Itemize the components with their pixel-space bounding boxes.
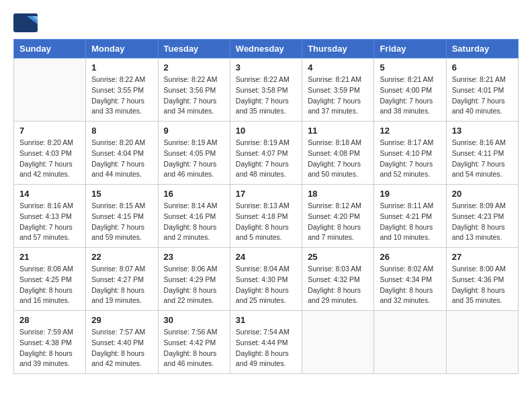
day-info: Sunrise: 8:12 AM Sunset: 4:20 PM Dayligh… [308, 201, 368, 243]
day-number: 16 [164, 189, 224, 199]
logo-icon [13, 13, 38, 32]
day-info: Sunrise: 8:08 AM Sunset: 4:25 PM Dayligh… [19, 264, 80, 306]
logo [13, 13, 42, 32]
day-number: 14 [19, 189, 80, 199]
day-info: Sunrise: 8:13 AM Sunset: 4:18 PM Dayligh… [236, 201, 296, 243]
calendar-cell: 23Sunrise: 8:06 AM Sunset: 4:29 PM Dayli… [158, 248, 230, 311]
calendar-week-row: 7Sunrise: 8:20 AM Sunset: 4:03 PM Daylig… [14, 122, 519, 185]
calendar-cell: 26Sunrise: 8:02 AM Sunset: 4:34 PM Dayli… [374, 248, 446, 311]
calendar-cell: 17Sunrise: 8:13 AM Sunset: 4:18 PM Dayli… [230, 185, 302, 248]
day-info: Sunrise: 8:06 AM Sunset: 4:29 PM Dayligh… [164, 264, 224, 306]
header-day: Tuesday [158, 40, 230, 58]
day-number: 31 [236, 315, 296, 325]
day-number: 25 [308, 252, 368, 262]
calendar-cell: 3Sunrise: 8:22 AM Sunset: 3:58 PM Daylig… [230, 58, 302, 122]
day-info: Sunrise: 8:22 AM Sunset: 3:55 PM Dayligh… [91, 75, 152, 117]
calendar-cell: 4Sunrise: 8:21 AM Sunset: 3:59 PM Daylig… [302, 58, 374, 122]
day-info: Sunrise: 8:16 AM Sunset: 4:13 PM Dayligh… [19, 201, 80, 243]
day-info: Sunrise: 8:11 AM Sunset: 4:21 PM Dayligh… [380, 201, 440, 243]
calendar-week-row: 28Sunrise: 7:59 AM Sunset: 4:38 PM Dayli… [14, 311, 519, 374]
day-number: 12 [380, 126, 440, 136]
day-info: Sunrise: 8:21 AM Sunset: 3:59 PM Dayligh… [308, 75, 368, 117]
day-number: 29 [91, 315, 152, 325]
header-day: Wednesday [230, 40, 302, 58]
calendar-cell: 16Sunrise: 8:14 AM Sunset: 4:16 PM Dayli… [158, 185, 230, 248]
day-number: 6 [452, 62, 513, 73]
calendar-cell: 12Sunrise: 8:17 AM Sunset: 4:10 PM Dayli… [374, 122, 446, 185]
day-number: 21 [19, 252, 80, 262]
day-number: 15 [91, 189, 152, 199]
day-number: 3 [236, 62, 296, 73]
calendar-cell: 28Sunrise: 7:59 AM Sunset: 4:38 PM Dayli… [14, 311, 86, 374]
day-number: 9 [164, 126, 224, 136]
day-info: Sunrise: 8:15 AM Sunset: 4:15 PM Dayligh… [91, 201, 152, 243]
day-number: 30 [164, 315, 224, 325]
day-number: 28 [19, 315, 80, 325]
day-info: Sunrise: 8:17 AM Sunset: 4:10 PM Dayligh… [380, 138, 440, 180]
calendar-cell: 14Sunrise: 8:16 AM Sunset: 4:13 PM Dayli… [14, 185, 86, 248]
day-number: 13 [452, 126, 513, 136]
day-number: 1 [91, 62, 152, 73]
page-header [13, 13, 519, 32]
day-info: Sunrise: 8:21 AM Sunset: 4:00 PM Dayligh… [380, 75, 440, 117]
calendar-table: SundayMondayTuesdayWednesdayThursdayFrid… [13, 39, 519, 374]
calendar-cell: 20Sunrise: 8:09 AM Sunset: 4:23 PM Dayli… [446, 185, 518, 248]
day-number: 18 [308, 189, 368, 199]
day-number: 20 [452, 189, 513, 199]
calendar-cell: 8Sunrise: 8:20 AM Sunset: 4:04 PM Daylig… [86, 122, 158, 185]
calendar-cell: 7Sunrise: 8:20 AM Sunset: 4:03 PM Daylig… [14, 122, 86, 185]
header-day: Friday [374, 40, 446, 58]
header-row: SundayMondayTuesdayWednesdayThursdayFrid… [14, 40, 519, 58]
calendar-cell [374, 311, 446, 374]
calendar-cell: 27Sunrise: 8:00 AM Sunset: 4:36 PM Dayli… [446, 248, 518, 311]
day-number: 8 [91, 126, 152, 136]
day-info: Sunrise: 8:16 AM Sunset: 4:11 PM Dayligh… [452, 138, 513, 180]
day-info: Sunrise: 8:22 AM Sunset: 3:56 PM Dayligh… [164, 75, 224, 117]
header-day: Saturday [446, 40, 518, 58]
day-info: Sunrise: 8:22 AM Sunset: 3:58 PM Dayligh… [236, 75, 296, 117]
day-number: 27 [452, 252, 513, 262]
calendar-cell: 1Sunrise: 8:22 AM Sunset: 3:55 PM Daylig… [86, 58, 158, 122]
calendar-cell: 24Sunrise: 8:04 AM Sunset: 4:30 PM Dayli… [230, 248, 302, 311]
day-info: Sunrise: 8:04 AM Sunset: 4:30 PM Dayligh… [236, 264, 296, 306]
day-info: Sunrise: 8:18 AM Sunset: 4:08 PM Dayligh… [308, 138, 368, 180]
calendar-week-row: 21Sunrise: 8:08 AM Sunset: 4:25 PM Dayli… [14, 248, 519, 311]
calendar-cell: 25Sunrise: 8:03 AM Sunset: 4:32 PM Dayli… [302, 248, 374, 311]
calendar-cell: 9Sunrise: 8:19 AM Sunset: 4:05 PM Daylig… [158, 122, 230, 185]
day-info: Sunrise: 7:59 AM Sunset: 4:38 PM Dayligh… [19, 327, 80, 369]
day-number: 26 [380, 252, 440, 262]
day-info: Sunrise: 8:21 AM Sunset: 4:01 PM Dayligh… [452, 75, 513, 117]
calendar-cell: 21Sunrise: 8:08 AM Sunset: 4:25 PM Dayli… [14, 248, 86, 311]
day-info: Sunrise: 7:54 AM Sunset: 4:44 PM Dayligh… [236, 327, 296, 369]
day-number: 11 [308, 126, 368, 136]
calendar-cell: 29Sunrise: 7:57 AM Sunset: 4:40 PM Dayli… [86, 311, 158, 374]
day-info: Sunrise: 8:20 AM Sunset: 4:04 PM Dayligh… [91, 138, 152, 180]
calendar-cell: 22Sunrise: 8:07 AM Sunset: 4:27 PM Dayli… [86, 248, 158, 311]
day-number: 22 [91, 252, 152, 262]
calendar-cell: 31Sunrise: 7:54 AM Sunset: 4:44 PM Dayli… [230, 311, 302, 374]
day-number: 2 [164, 62, 224, 73]
calendar-cell [14, 58, 86, 122]
day-info: Sunrise: 8:00 AM Sunset: 4:36 PM Dayligh… [452, 264, 513, 306]
calendar-cell: 30Sunrise: 7:56 AM Sunset: 4:42 PM Dayli… [158, 311, 230, 374]
day-number: 7 [19, 126, 80, 136]
day-number: 4 [308, 62, 368, 73]
day-info: Sunrise: 8:19 AM Sunset: 4:07 PM Dayligh… [236, 138, 296, 180]
calendar-cell: 10Sunrise: 8:19 AM Sunset: 4:07 PM Dayli… [230, 122, 302, 185]
calendar-cell: 15Sunrise: 8:15 AM Sunset: 4:15 PM Dayli… [86, 185, 158, 248]
calendar-cell: 19Sunrise: 8:11 AM Sunset: 4:21 PM Dayli… [374, 185, 446, 248]
calendar-cell: 2Sunrise: 8:22 AM Sunset: 3:56 PM Daylig… [158, 58, 230, 122]
calendar-cell: 6Sunrise: 8:21 AM Sunset: 4:01 PM Daylig… [446, 58, 518, 122]
header-day: Sunday [14, 40, 86, 58]
day-number: 10 [236, 126, 296, 136]
calendar-cell: 13Sunrise: 8:16 AM Sunset: 4:11 PM Dayli… [446, 122, 518, 185]
header-day: Thursday [302, 40, 374, 58]
header-day: Monday [86, 40, 158, 58]
day-info: Sunrise: 8:09 AM Sunset: 4:23 PM Dayligh… [452, 201, 513, 243]
calendar-week-row: 14Sunrise: 8:16 AM Sunset: 4:13 PM Dayli… [14, 185, 519, 248]
day-info: Sunrise: 8:07 AM Sunset: 4:27 PM Dayligh… [91, 264, 152, 306]
calendar-week-row: 1Sunrise: 8:22 AM Sunset: 3:55 PM Daylig… [14, 58, 519, 122]
calendar-cell: 5Sunrise: 8:21 AM Sunset: 4:00 PM Daylig… [374, 58, 446, 122]
day-info: Sunrise: 8:02 AM Sunset: 4:34 PM Dayligh… [380, 264, 440, 306]
day-number: 23 [164, 252, 224, 262]
